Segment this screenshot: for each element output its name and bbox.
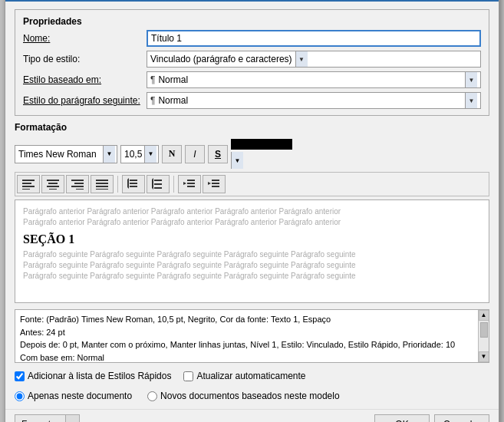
next-para-select[interactable]: ¶ Normal ▼ <box>147 92 481 109</box>
font-size-select[interactable]: 10,5 ▼ <box>120 145 159 163</box>
scroll-down-arrow[interactable]: ▼ <box>479 351 489 362</box>
style-type-select[interactable]: Vinculado (parágrafo e caracteres) ▼ <box>147 51 481 68</box>
svg-rect-24 <box>187 180 195 181</box>
svg-rect-8 <box>71 180 84 181</box>
strikethrough-button[interactable]: S <box>208 145 228 163</box>
name-row: Nome: <box>23 30 481 47</box>
new-docs-label: Novos documentos baseados neste modelo <box>160 391 339 401</box>
svg-rect-2 <box>22 186 35 187</box>
only-this-doc-input[interactable] <box>15 391 25 401</box>
style-type-arrow[interactable]: ▼ <box>295 51 308 67</box>
indent-decrease-button[interactable] <box>178 175 201 193</box>
preview-heading: SEÇÃO 1 <box>23 232 481 246</box>
font-size-value: 10,5 <box>124 149 144 160</box>
add-quick-styles-input[interactable] <box>15 371 25 381</box>
align-left-button[interactable] <box>17 175 40 193</box>
formatting-label: Formatação <box>15 122 489 133</box>
formatting-section: Formatação Times New Roman ▼ 10,5 ▼ N I <box>15 122 489 303</box>
svg-rect-30 <box>212 186 219 187</box>
style-type-row: Tipo de estilo: Vinculado (parágrafo e c… <box>23 51 481 68</box>
svg-marker-31 <box>208 182 211 185</box>
svg-rect-14 <box>96 186 108 187</box>
auto-update-input[interactable] <box>183 371 193 381</box>
format-dropdown-button[interactable]: Formatar ▼ <box>15 414 80 422</box>
based-on-para-icon: ¶ <box>150 74 155 85</box>
font-size-arrow[interactable]: ▼ <box>144 146 156 163</box>
svg-rect-3 <box>22 189 30 190</box>
based-on-row: Estilo baseado em: ¶ Normal ▼ <box>23 71 481 88</box>
modify-style-dialog: Modificar estilo ? ✕ Propriedades Nome: … <box>5 0 499 422</box>
svg-marker-19 <box>127 178 129 189</box>
next-para-row: Estilo do parágrafo seguinte: ¶ Normal ▼ <box>23 92 481 109</box>
italic-button[interactable]: I <box>185 145 205 163</box>
line-spacing-15-button[interactable] <box>147 175 170 193</box>
style-type-value: Vinculado (parágrafo e caracteres) <box>150 54 292 64</box>
format-row1: Times New Roman ▼ 10,5 ▼ N I S ▼ <box>15 139 489 169</box>
svg-rect-7 <box>49 189 57 190</box>
dialog-body: Propriedades Nome: Tipo de estilo: Vincu… <box>5 2 499 409</box>
font-name-select[interactable]: Times New Roman ▼ <box>15 145 117 163</box>
based-on-select[interactable]: ¶ Normal ▼ <box>147 71 481 88</box>
svg-rect-13 <box>96 183 108 184</box>
indent-increase-button[interactable] <box>203 175 226 193</box>
based-on-label: Estilo baseado em: <box>23 74 142 85</box>
next-para-value: Normal <box>158 95 188 106</box>
font-color-picker[interactable]: ▼ <box>231 139 292 169</box>
svg-rect-25 <box>187 183 195 184</box>
bold-button[interactable]: N <box>162 145 182 163</box>
svg-rect-29 <box>212 183 219 184</box>
format-dropdown-arrow[interactable]: ▼ <box>65 415 79 422</box>
svg-rect-6 <box>47 186 59 187</box>
separator-1 <box>117 176 118 193</box>
svg-marker-23 <box>152 178 153 190</box>
bottom-buttons: Formatar ▼ OK Cancelar <box>5 409 499 422</box>
svg-rect-16 <box>130 180 137 181</box>
checkbox-row: Adicionar à lista de Estilos Rápidos Atu… <box>15 371 489 381</box>
svg-rect-10 <box>71 186 84 187</box>
align-center-button[interactable] <box>41 175 64 193</box>
properties-section: Propriedades Nome: Tipo de estilo: Vincu… <box>15 9 489 116</box>
properties-label: Propriedades <box>23 16 481 27</box>
auto-update-label: Atualizar automaticamente <box>196 371 305 381</box>
svg-rect-4 <box>47 180 59 181</box>
add-quick-styles-checkbox[interactable]: Adicionar à lista de Estilos Rápidos <box>15 371 171 381</box>
svg-rect-20 <box>154 180 162 181</box>
preview-next-para: Parágrafo seguinte Parágrafo seguinte Pa… <box>23 249 481 282</box>
line-spacing-1-button[interactable] <box>122 175 145 193</box>
align-justify-button[interactable] <box>91 175 114 193</box>
ok-button[interactable]: OK <box>374 414 430 422</box>
new-docs-input[interactable] <box>147 391 157 401</box>
svg-rect-28 <box>212 180 219 181</box>
auto-update-checkbox[interactable]: Atualizar automaticamente <box>183 371 305 381</box>
svg-rect-5 <box>48 183 58 184</box>
description-box: Fonte: (Padrão) Times New Roman, 10,5 pt… <box>15 309 489 363</box>
cancel-button[interactable]: Cancelar <box>434 414 489 422</box>
add-quick-styles-label: Adicionar à lista de Estilos Rápidos <box>28 371 171 381</box>
svg-rect-12 <box>96 180 108 181</box>
svg-rect-1 <box>22 183 31 184</box>
name-input[interactable] <box>147 30 481 47</box>
svg-rect-11 <box>76 189 84 190</box>
scroll-thumb[interactable] <box>480 322 488 338</box>
next-para-icon: ¶ <box>150 95 155 106</box>
svg-rect-15 <box>96 189 108 190</box>
description-text: Fonte: (Padrão) Times New Roman, 10,5 pt… <box>20 313 484 363</box>
color-swatch <box>231 139 292 150</box>
next-para-arrow[interactable]: ▼ <box>465 93 477 108</box>
format-row2 <box>15 172 489 196</box>
only-this-doc-radio[interactable]: Apenas neste documento <box>15 391 132 401</box>
ok-cancel-row: OK Cancelar <box>374 414 489 422</box>
description-scrollbar[interactable]: ▲ ▼ <box>478 310 489 362</box>
only-this-doc-label: Apenas neste documento <box>28 391 132 401</box>
align-right-button[interactable] <box>66 175 89 193</box>
based-on-arrow[interactable]: ▼ <box>465 72 477 87</box>
font-name-arrow[interactable]: ▼ <box>103 146 115 163</box>
color-arrow[interactable]: ▼ <box>231 152 243 169</box>
scroll-up-arrow[interactable]: ▲ <box>479 310 489 321</box>
svg-rect-22 <box>154 187 162 189</box>
new-docs-radio[interactable]: Novos documentos baseados neste modelo <box>147 391 339 401</box>
based-on-value: Normal <box>158 74 188 85</box>
separator-2 <box>173 176 174 193</box>
svg-rect-18 <box>130 186 137 187</box>
format-label: Formatar <box>15 419 65 422</box>
